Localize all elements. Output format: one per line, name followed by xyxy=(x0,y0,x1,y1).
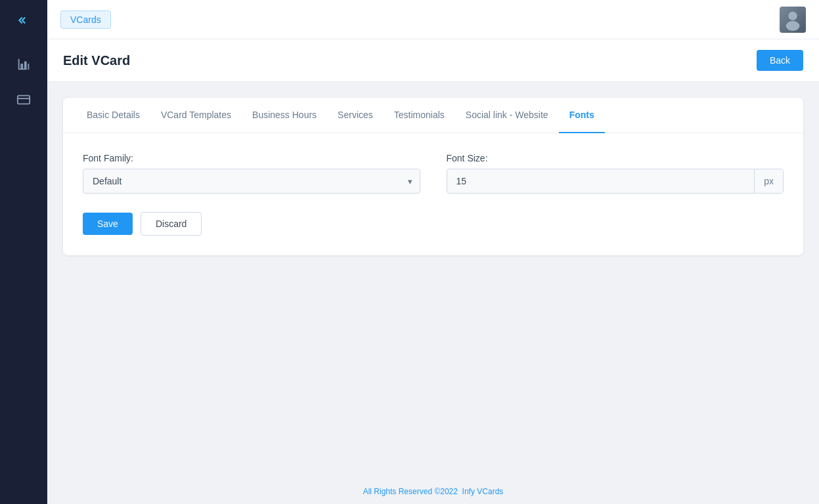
tab-basic-details[interactable]: Basic Details xyxy=(76,98,150,133)
font-family-select[interactable]: Default Arial Georgia Helvetica Times Ne… xyxy=(83,169,420,194)
avatar[interactable] xyxy=(780,7,806,33)
font-size-unit: px xyxy=(754,169,783,193)
action-row: Save Discard xyxy=(83,212,784,236)
card-icon[interactable] xyxy=(9,85,39,115)
svg-point-3 xyxy=(786,20,800,30)
tab-testimonials[interactable]: Testimonials xyxy=(384,98,455,133)
top-nav: VCards xyxy=(47,0,819,39)
sidebar-toggle[interactable] xyxy=(11,8,36,36)
main-card: Basic Details VCard Templates Business H… xyxy=(63,98,803,255)
footer-text: All Rights Reserved ©2022 xyxy=(363,487,458,496)
svg-point-2 xyxy=(788,11,797,20)
tab-vcard-templates[interactable]: VCard Templates xyxy=(150,98,242,133)
svg-rect-0 xyxy=(18,96,30,104)
font-size-label: Font Size: xyxy=(447,153,784,163)
tab-services[interactable]: Services xyxy=(327,98,384,133)
tab-fonts[interactable]: Fonts xyxy=(559,98,605,133)
footer: All Rights Reserved ©2022 Infy VCards xyxy=(47,479,819,504)
font-size-wrapper: px xyxy=(447,169,784,194)
page-title: Edit VCard xyxy=(63,53,130,68)
tab-business-hours[interactable]: Business Hours xyxy=(242,98,327,133)
font-size-input[interactable] xyxy=(447,169,755,193)
font-fields-row: Font Family: Default Arial Georgia Helve… xyxy=(83,153,784,194)
content-area: Basic Details VCard Templates Business H… xyxy=(47,82,819,479)
chart-icon[interactable] xyxy=(9,49,39,79)
font-size-group: Font Size: px xyxy=(447,153,784,194)
back-button[interactable]: Back xyxy=(757,50,803,71)
main-content: VCards Edit VCard Back Basic Details VCa… xyxy=(47,0,819,504)
page-header: Edit VCard Back xyxy=(47,39,819,82)
breadcrumb-vcards[interactable]: VCards xyxy=(60,10,111,29)
footer-brand: Infy VCards xyxy=(462,487,504,496)
font-family-group: Font Family: Default Arial Georgia Helve… xyxy=(83,153,420,194)
tab-bar: Basic Details VCard Templates Business H… xyxy=(63,98,803,133)
discard-button[interactable]: Discard xyxy=(141,212,202,236)
font-family-select-wrapper: Default Arial Georgia Helvetica Times Ne… xyxy=(83,169,420,194)
save-button[interactable]: Save xyxy=(83,213,133,235)
font-family-label: Font Family: xyxy=(83,153,420,163)
fonts-form: Font Family: Default Arial Georgia Helve… xyxy=(63,133,803,255)
tab-social-website[interactable]: Social link - Website xyxy=(455,98,559,133)
sidebar xyxy=(0,0,47,504)
